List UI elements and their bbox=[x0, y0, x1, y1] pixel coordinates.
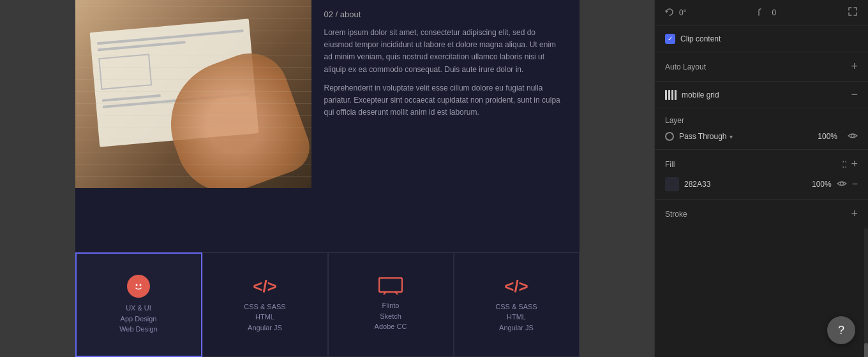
fill-color-swatch[interactable] bbox=[665, 177, 679, 191]
help-button-label: ? bbox=[838, 324, 844, 337]
card-css-sass-1[interactable]: </> CSS & SASSHTMLAngular JS bbox=[202, 252, 328, 357]
design-text-content: 02 / about Lorem ipsum dolor sit amet, c… bbox=[311, 0, 580, 252]
auto-layout-row: Auto Layout + bbox=[655, 52, 868, 82]
fill-add-icon[interactable]: + bbox=[851, 157, 858, 171]
design-image bbox=[75, 0, 311, 188]
canvas-area: 02 / about Lorem ipsum dolor sit amet, c… bbox=[0, 0, 654, 357]
face-icon bbox=[127, 275, 150, 298]
svg-point-1 bbox=[136, 284, 138, 286]
top-controls: 0° 0 bbox=[655, 0, 868, 26]
corners-icon bbox=[758, 8, 767, 18]
monitor-icon bbox=[378, 277, 403, 295]
fill-section: Fill ⁚⁚ + 282A33 100% − bbox=[655, 150, 868, 200]
code-icon-2: </> bbox=[504, 277, 528, 296]
card-ux-ui[interactable]: UX & UIApp DesignWeb Design bbox=[75, 252, 202, 357]
layer-opacity-value[interactable]: 100% bbox=[818, 132, 837, 141]
mobile-grid-label: mobile grid bbox=[682, 91, 719, 99]
paragraph-1: Lorem ipsum dolor sit amet, consectetur … bbox=[324, 27, 567, 76]
blend-mode[interactable]: Pass Through ▾ bbox=[679, 132, 812, 141]
grid-bar-2 bbox=[668, 90, 670, 100]
card-css-sass-2[interactable]: </> CSS & SASSHTMLAngular JS bbox=[454, 252, 580, 357]
grid-bar-1 bbox=[665, 90, 667, 100]
scrollbar-thumb[interactable] bbox=[864, 343, 868, 357]
design-panel: 02 / about Lorem ipsum dolor sit amet, c… bbox=[75, 0, 580, 357]
card-1-text: UX & UIApp DesignWeb Design bbox=[119, 303, 158, 335]
expand-icon[interactable] bbox=[848, 6, 858, 19]
grid-bar-4 bbox=[675, 90, 677, 100]
breadcrumb-separator: / bbox=[336, 10, 338, 19]
auto-layout-label: Auto Layout bbox=[665, 62, 706, 71]
layer-section: Layer Pass Through ▾ 100% bbox=[655, 108, 868, 150]
breadcrumb-section: about bbox=[340, 10, 361, 19]
grid-icon bbox=[665, 90, 677, 100]
card-4-text: CSS & SASSHTMLAngular JS bbox=[495, 302, 537, 333]
svg-point-0 bbox=[133, 280, 144, 292]
blend-mode-label: Pass Through bbox=[679, 132, 727, 141]
code-icon-1: </> bbox=[253, 277, 277, 296]
layer-row: Pass Through ▾ 100% bbox=[665, 131, 858, 142]
rotation-group: 0° bbox=[665, 8, 686, 18]
help-button[interactable]: ? bbox=[827, 316, 855, 344]
fill-opacity-value[interactable]: 100% bbox=[812, 180, 832, 189]
stroke-header: Stroke + bbox=[665, 207, 858, 221]
fill-remove-icon[interactable]: − bbox=[852, 178, 858, 190]
layer-title: Layer bbox=[665, 116, 858, 125]
fill-header: Fill ⁚⁚ + bbox=[665, 157, 858, 171]
mobile-grid-remove-icon[interactable]: − bbox=[851, 88, 858, 101]
card-3-text: FlintoSketchAdobe CC bbox=[375, 300, 407, 332]
design-top: 02 / about Lorem ipsum dolor sit amet, c… bbox=[75, 0, 580, 252]
layer-circle-icon bbox=[665, 132, 674, 141]
blend-mode-dropdown-icon[interactable]: ▾ bbox=[730, 133, 733, 140]
svg-point-6 bbox=[851, 135, 855, 138]
fill-controls: ⁚⁚ + bbox=[842, 157, 858, 171]
svg-point-2 bbox=[140, 284, 142, 286]
cards-section: UX & UIApp DesignWeb Design </> CSS & SA… bbox=[75, 252, 580, 357]
fill-color-value[interactable]: 282A33 bbox=[684, 180, 807, 189]
corners-group: 0 bbox=[758, 8, 776, 18]
fill-title: Fill bbox=[665, 160, 675, 169]
paragraph-2: Reprehenderit in voluptate velit esse ci… bbox=[324, 82, 567, 119]
auto-layout-add-icon[interactable]: + bbox=[851, 60, 858, 73]
corners-value[interactable]: 0 bbox=[772, 8, 776, 17]
stroke-section: Stroke + bbox=[655, 200, 868, 228]
grid-bar-3 bbox=[671, 90, 673, 100]
card-2-text: CSS & SASSHTMLAngular JS bbox=[244, 302, 285, 333]
rotation-value[interactable]: 0° bbox=[679, 8, 686, 17]
fill-row: 282A33 100% − bbox=[665, 177, 858, 191]
clip-content-checkbox[interactable]: ✓ bbox=[665, 34, 675, 44]
clip-content-label: Clip content bbox=[680, 34, 721, 43]
layer-visibility-icon[interactable] bbox=[848, 131, 858, 142]
grid-left: mobile grid bbox=[665, 90, 719, 100]
right-panel: 0° 0 ✓ Clip content Auto Layout bbox=[654, 0, 868, 357]
svg-point-7 bbox=[840, 182, 843, 186]
checkbox-check: ✓ bbox=[668, 36, 673, 42]
stroke-title: Stroke bbox=[665, 210, 687, 219]
clip-content-row[interactable]: ✓ Clip content bbox=[655, 26, 868, 52]
breadcrumb-number: 02 bbox=[324, 10, 333, 19]
scrollbar-track[interactable] bbox=[864, 228, 868, 357]
fill-visibility-icon[interactable] bbox=[837, 179, 847, 189]
fill-dots-icon[interactable]: ⁚⁚ bbox=[842, 159, 847, 170]
mobile-grid-row: mobile grid − bbox=[655, 82, 868, 108]
rotation-icon bbox=[665, 8, 674, 18]
svg-rect-3 bbox=[379, 278, 402, 292]
stroke-add-icon[interactable]: + bbox=[851, 207, 858, 221]
breadcrumb: 02 / about bbox=[324, 10, 567, 19]
card-flinto[interactable]: FlintoSketchAdobe CC bbox=[328, 252, 454, 357]
